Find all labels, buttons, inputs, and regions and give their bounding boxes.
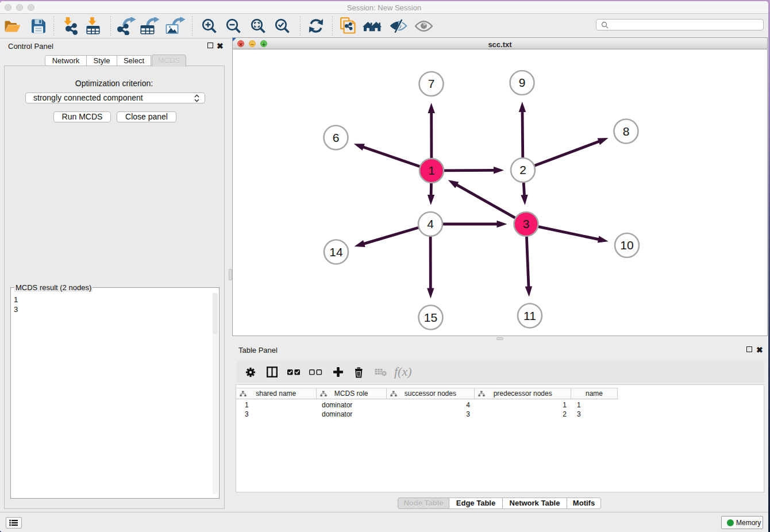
svg-text:6: 6 [333, 131, 340, 144]
svg-text:4: 4 [427, 217, 434, 230]
svg-text:14: 14 [329, 245, 343, 259]
svg-text:1: 1 [428, 164, 435, 177]
svg-text:8: 8 [623, 125, 630, 138]
svg-text:3: 3 [523, 217, 530, 230]
svg-text:9: 9 [519, 76, 526, 89]
svg-text:10: 10 [620, 238, 633, 252]
svg-text:11: 11 [523, 309, 536, 322]
svg-text:15: 15 [424, 311, 437, 324]
svg-text:7: 7 [428, 77, 435, 90]
svg-text:2: 2 [519, 163, 526, 176]
